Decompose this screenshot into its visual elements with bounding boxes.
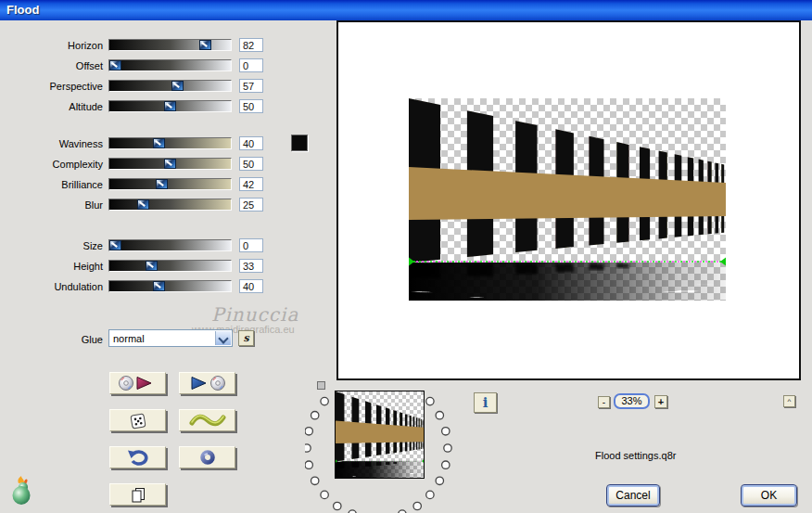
dial-bead[interactable] xyxy=(321,491,328,498)
size-slider-track[interactable] xyxy=(108,239,232,251)
dial-bead[interactable] xyxy=(321,397,328,404)
altitude-label: Altitude xyxy=(0,101,103,112)
slider-row-horizon: Horizon82 xyxy=(0,39,278,53)
info-button[interactable]: i xyxy=(474,392,497,413)
ok-button[interactable]: OK xyxy=(741,484,797,507)
dial-bead[interactable] xyxy=(311,477,319,484)
wave-style-button[interactable] xyxy=(179,409,235,431)
chevron-down-icon[interactable] xyxy=(215,331,231,345)
brilliance-slider-thumb[interactable] xyxy=(156,179,168,189)
slider-row-size: Size0 xyxy=(0,239,278,253)
size-slider-thumb[interactable] xyxy=(109,240,121,250)
zoom-level: 33% xyxy=(614,393,650,409)
perspective-slider-thumb[interactable] xyxy=(171,81,184,91)
perspective-label: Perspective xyxy=(0,81,103,92)
save-preset-button[interactable] xyxy=(179,372,235,394)
horizon-slider-thumb[interactable] xyxy=(199,40,211,50)
altitude-slider-track[interactable] xyxy=(108,100,232,112)
size-value-box[interactable]: 0 xyxy=(239,238,263,252)
preview-image[interactable] xyxy=(409,98,726,301)
preview-thumbnail[interactable] xyxy=(335,391,425,479)
blur-label: Blur xyxy=(0,199,103,211)
slider-row-height: Height33 xyxy=(0,260,278,274)
brilliance-value-box[interactable]: 42 xyxy=(239,177,263,191)
flaming-pear-logo[interactable] xyxy=(10,476,36,507)
complexity-slider-track[interactable] xyxy=(108,158,232,170)
cancel-button[interactable]: Cancel xyxy=(606,484,660,507)
undulation-slider-thumb[interactable] xyxy=(153,281,165,291)
undo-button[interactable] xyxy=(109,446,166,468)
dial-bead[interactable] xyxy=(413,502,421,509)
pages-icon xyxy=(129,486,147,504)
slider-row-complexity: Complexity50 xyxy=(0,158,278,172)
flaming-pear-icon xyxy=(10,476,36,506)
waviness-slider-track[interactable] xyxy=(108,137,232,149)
perspective-slider-track[interactable] xyxy=(108,80,232,92)
horizon-slider-track[interactable] xyxy=(108,39,232,51)
load-preset-button[interactable] xyxy=(109,372,166,394)
undulation-slider-track[interactable] xyxy=(108,280,232,292)
height-slider-track[interactable] xyxy=(108,260,232,272)
glue-dropdown[interactable]: normal xyxy=(108,329,233,347)
dial-bead[interactable] xyxy=(442,461,450,468)
dial-bead[interactable] xyxy=(426,397,434,404)
dial-bead[interactable] xyxy=(426,491,434,498)
dial-bead[interactable] xyxy=(305,444,311,452)
complexity-slider-thumb[interactable] xyxy=(164,159,176,169)
waviness-slider-thumb[interactable] xyxy=(153,138,165,148)
offset-value-box[interactable]: 0 xyxy=(239,58,263,72)
zoom-out-button[interactable]: - xyxy=(598,396,610,408)
collapse-button[interactable]: ^ xyxy=(783,395,795,407)
undulation-label: Undulation xyxy=(0,281,103,292)
dial-handle[interactable] xyxy=(317,381,325,390)
undulation-value-box[interactable]: 40 xyxy=(239,279,263,293)
water-color-swatch[interactable] xyxy=(291,135,308,151)
squiggle-icon xyxy=(189,413,226,429)
perspective-value-box[interactable]: 57 xyxy=(239,79,263,93)
complexity-label: Complexity xyxy=(0,159,103,170)
dial-bead[interactable] xyxy=(442,428,450,435)
dial-bead[interactable] xyxy=(436,477,443,484)
blur-value-box[interactable]: 25 xyxy=(239,198,263,212)
height-slider-thumb[interactable] xyxy=(146,261,158,271)
brilliance-slider-track[interactable] xyxy=(108,178,232,190)
titlebar[interactable]: Flood xyxy=(0,0,812,20)
offset-slider-thumb[interactable] xyxy=(109,60,121,71)
complexity-value-box[interactable]: 50 xyxy=(239,157,263,171)
randomize-button[interactable] xyxy=(109,409,166,431)
slider-row-perspective: Perspective57 xyxy=(0,80,278,94)
duplicate-button[interactable] xyxy=(109,483,166,506)
watermark-name: Pinuccia xyxy=(211,303,297,326)
preview-panel xyxy=(336,20,801,380)
altitude-value-box[interactable]: 50 xyxy=(239,99,263,113)
slider-row-offset: Offset0 xyxy=(0,59,278,73)
dial-bead[interactable] xyxy=(334,502,341,509)
slider-row-altitude: Altitude50 xyxy=(0,100,278,114)
height-value-box[interactable]: 33 xyxy=(239,259,263,273)
zoom-in-button[interactable]: + xyxy=(654,395,667,408)
altitude-slider-thumb[interactable] xyxy=(164,101,176,111)
ring-button[interactable] xyxy=(179,446,235,468)
blur-slider-thumb[interactable] xyxy=(137,199,149,210)
dial-bead[interactable] xyxy=(305,461,312,468)
slider-row-brilliance: Brilliance42 xyxy=(0,178,278,192)
size-label: Size xyxy=(0,240,103,251)
dial-bead[interactable] xyxy=(311,412,319,419)
offset-label: Offset xyxy=(0,60,103,71)
dial-bead[interactable] xyxy=(444,444,451,452)
undo-arrow-icon xyxy=(127,449,149,467)
blur-slider-track[interactable] xyxy=(108,199,232,211)
slider-row-waviness: Waviness40 xyxy=(0,137,278,151)
horizon-label: Horizon xyxy=(0,40,103,51)
glue-s-button[interactable]: s xyxy=(238,330,254,346)
dial-bead[interactable] xyxy=(436,412,443,419)
play-disc-icon xyxy=(187,375,228,391)
disc-play-icon xyxy=(118,375,159,391)
offset-slider-track[interactable] xyxy=(108,59,232,71)
horizon-value-box[interactable]: 82 xyxy=(239,38,263,52)
flood-dialog: Flood Horizon82Offset0Perspective57Altit… xyxy=(0,0,812,513)
dice-icon xyxy=(129,412,147,430)
slider-row-blur: Blur25 xyxy=(0,199,278,212)
waviness-value-box[interactable]: 40 xyxy=(239,136,263,150)
dial-bead[interactable] xyxy=(305,428,312,435)
